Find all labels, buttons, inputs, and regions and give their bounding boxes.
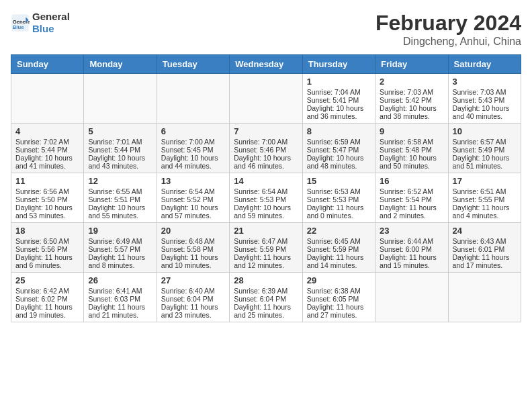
day-info: Sunrise: 7:00 AM (234, 138, 298, 146)
day-info: Sunset: 5:51 PM (88, 195, 152, 203)
day-info: and 40 minutes. (453, 112, 517, 120)
day-info: Sunrise: 6:55 AM (88, 187, 152, 195)
day-info: and 0 minutes. (307, 212, 371, 220)
day-info: Daylight: 10 hours (161, 154, 225, 162)
day-info: Sunrise: 6:49 AM (88, 237, 152, 245)
day-info: and 21 minutes. (88, 311, 152, 319)
calendar-cell (230, 74, 302, 124)
day-info: Sunrise: 6:59 AM (307, 138, 371, 146)
day-info: Sunset: 6:02 PM (15, 295, 79, 303)
day-info: and 25 minutes. (234, 311, 298, 319)
day-info: Sunrise: 6:42 AM (15, 287, 79, 295)
day-info: Daylight: 11 hours (88, 303, 152, 311)
day-info: Sunrise: 7:01 AM (88, 138, 152, 146)
day-info: Daylight: 10 hours (307, 154, 371, 162)
day-info: Sunrise: 6:52 AM (380, 187, 443, 195)
day-number: 12 (88, 176, 152, 186)
day-info: Daylight: 11 hours (380, 253, 443, 261)
day-info: Daylight: 11 hours (88, 253, 152, 261)
day-number: 1 (307, 77, 371, 87)
day-number: 2 (380, 77, 443, 87)
day-info: Daylight: 10 hours (453, 104, 517, 112)
calendar-cell: 19Sunrise: 6:49 AMSunset: 5:57 PMDayligh… (84, 223, 157, 273)
calendar-cell: 27Sunrise: 6:40 AMSunset: 6:04 PMDayligh… (157, 273, 229, 322)
day-number: 25 (15, 275, 79, 285)
day-info: Daylight: 10 hours (234, 203, 298, 212)
calendar-cell: 23Sunrise: 6:44 AMSunset: 6:00 PMDayligh… (375, 223, 448, 273)
day-number: 29 (307, 275, 371, 285)
day-number: 27 (161, 275, 225, 285)
day-info: and 50 minutes. (380, 162, 443, 170)
day-info: Sunset: 5:44 PM (88, 146, 152, 154)
day-info: Daylight: 11 hours (15, 253, 79, 261)
calendar-cell: 21Sunrise: 6:47 AMSunset: 5:59 PMDayligh… (230, 223, 302, 273)
calendar-cell: 13Sunrise: 6:54 AMSunset: 5:52 PMDayligh… (157, 173, 229, 223)
day-info: and 36 minutes. (307, 112, 371, 120)
calendar-week-row: 18Sunrise: 6:50 AMSunset: 5:56 PMDayligh… (11, 223, 521, 273)
day-info: Daylight: 10 hours (380, 104, 443, 112)
calendar-week-row: 1Sunrise: 7:04 AMSunset: 5:41 PMDaylight… (11, 74, 521, 124)
calendar-cell (375, 273, 448, 322)
calendar-cell: 16Sunrise: 6:52 AMSunset: 5:54 PMDayligh… (375, 173, 448, 223)
calendar-cell: 29Sunrise: 6:38 AMSunset: 6:05 PMDayligh… (302, 273, 375, 322)
day-info: Sunrise: 7:03 AM (453, 88, 517, 96)
day-info: Sunset: 5:41 PM (307, 96, 371, 104)
day-info: Daylight: 11 hours (15, 303, 79, 311)
day-info: and 51 minutes. (453, 162, 517, 170)
page-header: General Blue General Blue February 2024 … (11, 11, 521, 48)
day-info: and 46 minutes. (234, 162, 298, 170)
day-info: Daylight: 10 hours (88, 203, 152, 212)
day-info: and 59 minutes. (234, 212, 298, 220)
calendar-cell: 25Sunrise: 6:42 AMSunset: 6:02 PMDayligh… (11, 273, 84, 322)
day-info: and 48 minutes. (307, 162, 371, 170)
day-number: 23 (380, 226, 443, 236)
weekday-header: Monday (84, 55, 157, 74)
day-info: Sunset: 5:44 PM (15, 146, 79, 154)
day-number: 8 (307, 126, 371, 136)
calendar-cell: 17Sunrise: 6:51 AMSunset: 5:55 PMDayligh… (448, 173, 521, 223)
calendar-cell (448, 273, 521, 322)
day-info: Sunset: 6:03 PM (88, 295, 152, 303)
day-info: Daylight: 10 hours (88, 154, 152, 162)
day-info: Daylight: 11 hours (380, 203, 443, 212)
day-info: Sunset: 6:04 PM (161, 295, 225, 303)
day-info: Sunrise: 6:54 AM (234, 187, 298, 195)
weekday-header: Thursday (302, 55, 375, 74)
day-number: 7 (234, 126, 298, 136)
weekday-header: Saturday (448, 55, 521, 74)
calendar-cell: 15Sunrise: 6:53 AMSunset: 5:53 PMDayligh… (302, 173, 375, 223)
day-info: Sunset: 5:49 PM (453, 146, 517, 154)
calendar-cell: 9Sunrise: 6:58 AMSunset: 5:48 PMDaylight… (375, 124, 448, 173)
title-block: February 2024 Dingcheng, Anhui, China (375, 11, 521, 48)
day-info: Daylight: 10 hours (15, 203, 79, 212)
day-number: 16 (380, 176, 443, 186)
calendar-week-row: 4Sunrise: 7:02 AMSunset: 5:44 PMDaylight… (11, 124, 521, 173)
day-info: Sunset: 5:50 PM (15, 195, 79, 203)
day-info: and 57 minutes. (161, 212, 225, 220)
day-info: and 2 minutes. (380, 212, 443, 220)
svg-text:Blue: Blue (13, 24, 24, 30)
day-info: Sunrise: 7:02 AM (15, 138, 79, 146)
day-info: Sunset: 5:42 PM (380, 96, 443, 104)
calendar-cell: 24Sunrise: 6:43 AMSunset: 6:01 PMDayligh… (448, 223, 521, 273)
day-info: Daylight: 11 hours (161, 303, 225, 311)
day-info: Sunset: 5:53 PM (234, 195, 298, 203)
day-info: Sunset: 6:05 PM (307, 295, 371, 303)
day-info: Sunrise: 6:40 AM (161, 287, 225, 295)
weekday-header: Friday (375, 55, 448, 74)
day-number: 28 (234, 275, 298, 285)
day-number: 4 (15, 126, 79, 136)
day-info: and 14 minutes. (307, 261, 371, 269)
day-info: Sunrise: 6:56 AM (15, 187, 79, 195)
day-info: Sunset: 5:59 PM (307, 245, 371, 253)
day-info: Sunrise: 7:00 AM (161, 138, 225, 146)
day-number: 13 (161, 176, 225, 186)
day-info: and 23 minutes. (161, 311, 225, 319)
calendar-table: SundayMondayTuesdayWednesdayThursdayFrid… (11, 54, 521, 322)
day-info: Sunset: 5:48 PM (380, 146, 443, 154)
logo: General Blue General Blue (11, 11, 70, 35)
day-number: 15 (307, 176, 371, 186)
weekday-header: Wednesday (230, 55, 302, 74)
day-info: and 41 minutes. (15, 162, 79, 170)
calendar-cell: 3Sunrise: 7:03 AMSunset: 5:43 PMDaylight… (448, 74, 521, 124)
